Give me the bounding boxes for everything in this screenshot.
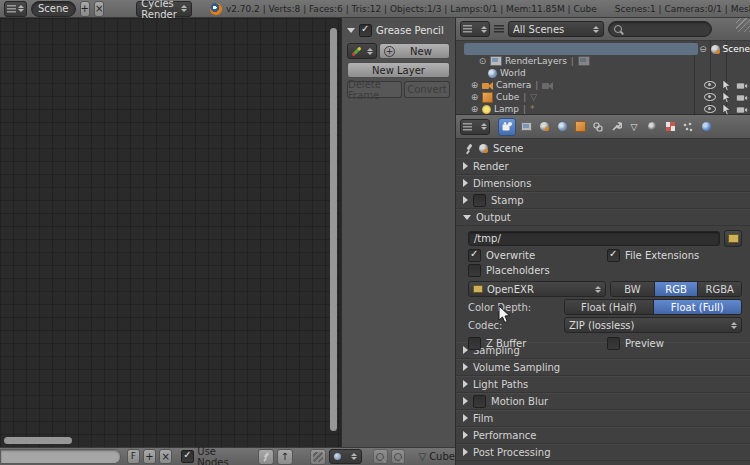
scene-name-field[interactable]: Scene <box>31 1 76 17</box>
outliner-search-field[interactable] <box>608 21 712 37</box>
tab-physics[interactable] <box>698 119 714 135</box>
panel-output-header[interactable]: Output <box>456 209 750 226</box>
grease-pencil-source-select[interactable] <box>347 43 377 59</box>
vertical-scrollbar[interactable] <box>330 28 337 431</box>
backdrop-toggle-button[interactable] <box>310 449 327 465</box>
fake-user-button[interactable]: F <box>127 449 140 464</box>
delete-scene-button[interactable]: × <box>94 1 104 17</box>
z-buffer-checkbox[interactable] <box>468 337 481 350</box>
gp-new-layer-button[interactable]: New Layer <box>347 62 450 78</box>
zoom-region-button[interactable] <box>373 449 388 464</box>
outliner-row-lamp[interactable]: ⊕ Lamp | * <box>456 103 750 115</box>
editor-type-button[interactable] <box>4 1 27 17</box>
horizontal-scrollbar[interactable] <box>4 437 72 444</box>
chevron-updown-icon <box>595 286 601 293</box>
panel-post-processing[interactable]: Post Processing <box>456 444 750 461</box>
preview-checkbox-row[interactable]: Preview <box>607 337 742 350</box>
panel-render[interactable]: Render <box>456 158 750 175</box>
node-tree-name-field[interactable] <box>0 449 121 464</box>
tab-world[interactable] <box>554 119 570 135</box>
visibility-toggle[interactable] <box>702 93 718 101</box>
divider: | <box>571 56 574 66</box>
editor-type-button[interactable] <box>460 21 490 37</box>
outliner-row-cube[interactable]: ⊕ Cube | ▽ <box>456 91 750 103</box>
outliner-row-renderlayers[interactable]: ⊙ RenderLayers | <box>456 55 750 67</box>
editor-type-button[interactable] <box>460 119 490 135</box>
render-toggle[interactable] <box>734 105 750 114</box>
tab-render-layers[interactable] <box>518 119 534 135</box>
visibility-toggle[interactable] <box>702 105 718 113</box>
visibility-toggle[interactable] <box>702 81 718 89</box>
tab-modifiers[interactable] <box>608 119 624 135</box>
panel-performance[interactable]: Performance <box>456 427 750 444</box>
file-extensions-checkbox[interactable] <box>607 249 620 262</box>
selectability-toggle[interactable] <box>718 104 734 115</box>
gp-new-button[interactable]: + New <box>379 43 450 59</box>
pin-icon[interactable] <box>464 144 474 154</box>
channels-bw-button[interactable]: BW <box>611 282 655 296</box>
area-resize-corner[interactable] <box>736 18 750 32</box>
node-editor-canvas[interactable] <box>0 18 341 447</box>
outliner-row-world[interactable]: World <box>456 67 750 79</box>
selectability-toggle[interactable] <box>718 92 734 103</box>
collapse-icon[interactable]: ⊖ <box>699 45 708 54</box>
unlink-material-button[interactable]: × <box>159 449 172 464</box>
overwrite-checkbox-row[interactable]: Overwrite <box>468 249 603 262</box>
render-engine-select[interactable]: Cycles Render <box>136 1 192 17</box>
properties-breadcrumb: Scene <box>456 139 750 158</box>
expand-icon[interactable]: ⊕ <box>470 81 479 90</box>
render-toggle[interactable] <box>734 93 750 102</box>
outliner-row-scene[interactable]: ⊖ Scene <box>456 43 750 55</box>
motion-blur-checkbox[interactable] <box>473 395 486 408</box>
preview-checkbox[interactable] <box>607 337 620 350</box>
tab-constraints[interactable] <box>590 119 606 135</box>
new-material-button[interactable]: + <box>143 449 156 464</box>
add-scene-button[interactable]: + <box>80 1 90 17</box>
panel-light-paths[interactable]: Light Paths <box>456 376 750 393</box>
panel-film[interactable]: Film <box>456 410 750 427</box>
gp-delete-frame-button[interactable]: Delete Frame <box>347 81 402 98</box>
pencil-icon <box>352 46 362 56</box>
use-nodes-checkbox[interactable] <box>181 450 194 463</box>
panel-dimensions[interactable]: Dimensions <box>456 175 750 192</box>
placeholders-checkbox[interactable] <box>468 264 481 277</box>
tab-scene[interactable] <box>536 119 552 135</box>
float-half-button[interactable]: Float (Half) <box>565 300 654 314</box>
zoom-border-button[interactable] <box>391 449 406 464</box>
tab-material[interactable] <box>644 119 660 135</box>
file-extensions-checkbox-row[interactable]: File Extensions <box>607 249 742 262</box>
snap-mode-select[interactable] <box>329 449 361 464</box>
tab-texture[interactable] <box>662 119 678 135</box>
expand-icon[interactable]: ⊕ <box>470 105 479 114</box>
channels-rgba-button[interactable]: RGBA <box>698 282 741 296</box>
tab-particles[interactable] <box>680 119 696 135</box>
grease-pencil-checkbox[interactable] <box>359 24 372 37</box>
expand-icon[interactable]: ⊕ <box>470 93 479 102</box>
selectability-toggle[interactable] <box>718 80 734 91</box>
render-toggle[interactable] <box>734 81 750 90</box>
placeholders-checkbox-row[interactable]: Placeholders <box>468 264 605 277</box>
grease-pencil-panel-header[interactable]: Grease Pencil <box>347 24 450 37</box>
collapse-icon[interactable]: ⊙ <box>478 57 487 66</box>
tab-render[interactable] <box>498 118 516 136</box>
float-full-button[interactable]: Float (Full) <box>654 300 742 314</box>
codec-select[interactable]: ZIP (lossless) <box>564 317 742 333</box>
tab-object-data[interactable]: ▽ <box>626 119 642 135</box>
file-browse-button[interactable] <box>724 230 742 247</box>
outliner-row-camera[interactable]: ⊕ Camera | <box>456 79 750 91</box>
tab-object[interactable] <box>572 119 588 135</box>
gp-convert-button[interactable]: Convert <box>404 81 450 98</box>
scene-name-value: Scene <box>38 3 69 14</box>
parent-node-tree-button[interactable]: ↑ <box>277 449 293 465</box>
overwrite-checkbox[interactable] <box>468 249 481 262</box>
stamp-checkbox[interactable] <box>473 194 486 207</box>
output-path-field[interactable]: /tmp/ <box>468 231 720 246</box>
file-format-select[interactable]: OpenEXR <box>468 281 606 297</box>
panel-motion-blur[interactable]: Motion Blur <box>456 393 750 410</box>
panel-volume-sampling[interactable]: Volume Sampling <box>456 359 750 376</box>
panel-stamp[interactable]: Stamp <box>456 192 750 209</box>
menu-icon[interactable] <box>494 25 504 33</box>
pin-button[interactable] <box>258 449 274 465</box>
outliner-display-mode-select[interactable]: All Scenes <box>508 21 604 37</box>
channels-rgb-button[interactable]: RGB <box>655 282 699 296</box>
